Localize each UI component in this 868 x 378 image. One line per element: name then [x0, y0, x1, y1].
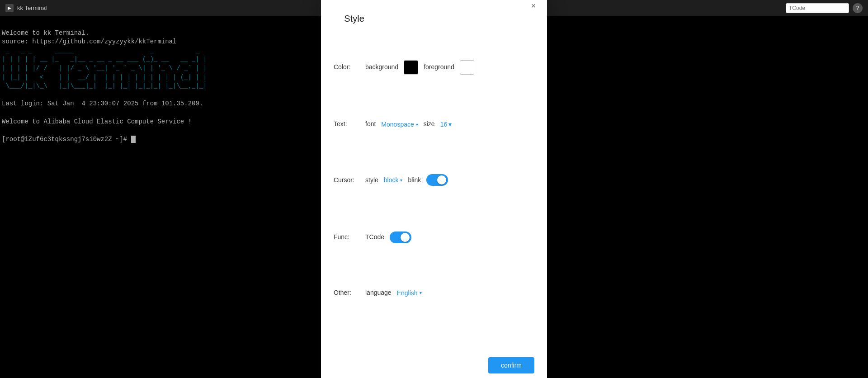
func-label: Func: — [334, 233, 365, 242]
titlebar-left: ▶ kk Terminal — [5, 4, 47, 12]
foreground-label: foreground — [424, 63, 454, 72]
background-color-swatch[interactable] — [404, 60, 418, 75]
confirm-button[interactable]: confirm — [488, 357, 534, 373]
cursor-content: style block ▾ blink — [365, 174, 534, 186]
font-dropdown[interactable]: Monospace ▾ — [381, 121, 418, 128]
cursor-label: Cursor: — [334, 176, 365, 185]
cursor-row: Cursor: style block ▾ blink — [334, 174, 534, 186]
dialog-close-button[interactable]: × — [527, 0, 540, 12]
color-label: Color: — [334, 63, 365, 72]
text-content: font Monospace ▾ size 16 ▾ — [365, 120, 534, 129]
color-content: background foreground — [365, 60, 534, 75]
cursor-style-chevron-icon: ▾ — [400, 178, 402, 183]
style-dialog: Style × Color: background foreground Tex… — [321, 0, 547, 378]
func-content: TCode — [365, 232, 534, 243]
dialog-title: Style — [344, 14, 364, 24]
language-label: language — [365, 288, 392, 298]
close-icon: × — [531, 1, 536, 11]
cursor-style-value: block — [384, 176, 399, 184]
other-label: Other: — [334, 288, 365, 298]
dialog-overlay: Style × Color: background foreground Tex… — [0, 16, 868, 378]
font-value: Monospace — [381, 121, 414, 128]
func-row: Func: TCode — [334, 232, 534, 243]
size-value: 16 — [440, 121, 448, 128]
other-row: Other: language English ▾ — [334, 288, 534, 298]
text-row: Text: font Monospace ▾ size 16 ▾ — [334, 120, 534, 129]
size-dropdown[interactable]: 16 ▾ — [440, 121, 452, 128]
font-label: font — [365, 120, 376, 129]
help-button[interactable]: ? — [853, 3, 863, 13]
size-label: size — [424, 120, 435, 129]
background-label: background — [365, 63, 398, 72]
dialog-footer: confirm — [334, 345, 534, 373]
tcode-input[interactable] — [786, 3, 849, 13]
tcode-toggle[interactable] — [390, 232, 411, 243]
language-value: English — [397, 289, 418, 297]
app-name: kk Terminal — [17, 5, 47, 11]
help-icon: ? — [856, 5, 859, 11]
other-content: language English ▾ — [365, 288, 534, 298]
cursor-style-dropdown[interactable]: block ▾ — [384, 176, 403, 184]
blink-label: blink — [408, 176, 421, 185]
size-chevron-icon: ▾ — [448, 121, 452, 128]
text-label: Text: — [334, 120, 365, 129]
language-chevron-icon: ▾ — [420, 290, 422, 295]
language-dropdown[interactable]: English ▾ — [397, 289, 422, 297]
font-chevron-icon: ▾ — [416, 122, 418, 127]
app-icon: ▶ — [5, 4, 14, 12]
blink-toggle[interactable] — [426, 174, 448, 186]
foreground-color-swatch[interactable] — [460, 60, 474, 75]
color-row: Color: background foreground — [334, 60, 534, 75]
tcode-func-label: TCode — [365, 233, 384, 242]
cursor-style-label: style — [365, 176, 378, 185]
terminal-area[interactable]: Welcome to kk Terminal. source: https://… — [0, 16, 868, 378]
titlebar-right: ? — [786, 3, 863, 13]
